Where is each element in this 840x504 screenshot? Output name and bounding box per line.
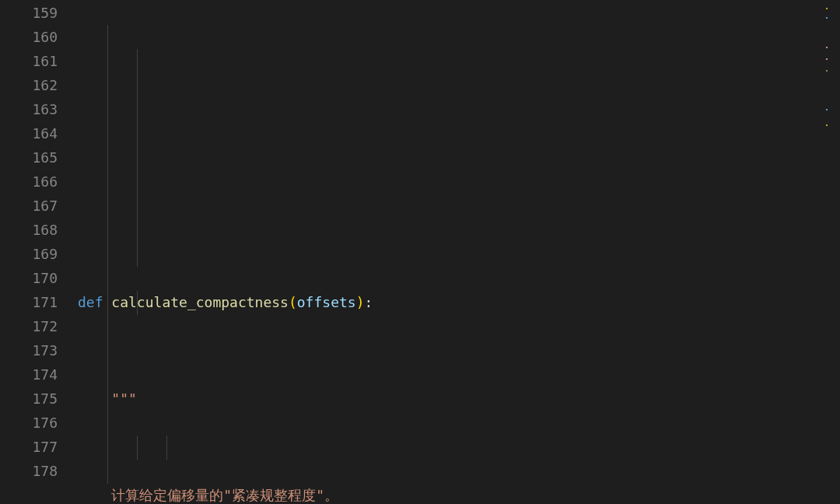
line-number: 160	[0, 25, 58, 49]
code-line[interactable]: def calculate_compactness(offsets):	[78, 290, 829, 314]
line-number: 178	[0, 459, 58, 483]
line-number: 162	[0, 73, 58, 97]
code-line[interactable]: 计算给定偏移量的"紧凑规整程度"。	[78, 483, 829, 504]
line-number: 161	[0, 49, 58, 73]
code-line[interactable]	[78, 194, 829, 218]
line-number: 175	[0, 387, 58, 411]
line-number: 163	[0, 97, 58, 121]
indent-guide	[137, 49, 138, 267]
line-number: 173	[0, 338, 58, 362]
scrollbar-vertical[interactable]	[818, 0, 829, 504]
line-number: 167	[0, 194, 58, 218]
docstring-open: """	[111, 390, 137, 407]
function-name: calculate_compactness	[111, 294, 289, 310]
indent-guide	[107, 25, 108, 484]
line-number: 170	[0, 266, 58, 290]
line-number: 171	[0, 290, 58, 314]
param-offsets: offsets	[297, 294, 356, 310]
line-number: 166	[0, 170, 58, 194]
code-line[interactable]: """	[78, 387, 829, 411]
line-number: 168	[0, 218, 58, 242]
indent-guide	[166, 436, 167, 460]
indent-guide	[137, 436, 138, 460]
code-area[interactable]: def calculate_compactness(offsets): """ …	[78, 0, 829, 504]
line-number-gutter: 159 160 161 162 163 164 165 166 167 168 …	[0, 0, 78, 504]
line-number: 164	[0, 121, 58, 145]
keyword-def: def	[78, 294, 103, 310]
line-number: 172	[0, 314, 58, 338]
code-editor[interactable]: 159 160 161 162 163 164 165 166 167 168 …	[0, 0, 829, 504]
line-number: 159	[0, 1, 58, 25]
line-number: 177	[0, 435, 58, 459]
line-number: 176	[0, 411, 58, 435]
line-number: 174	[0, 362, 58, 387]
line-number: 169	[0, 242, 58, 266]
line-number: 165	[0, 145, 58, 170]
docstring-text: 计算给定偏移量的"紧凑规整程度"。	[111, 487, 338, 503]
